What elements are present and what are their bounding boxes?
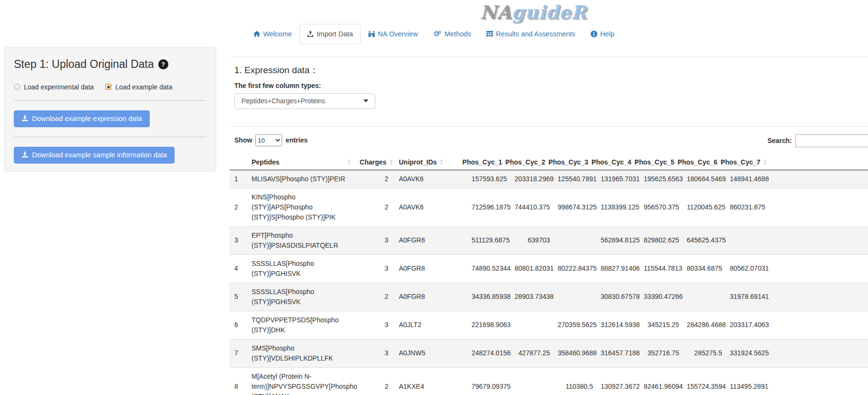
tab-label: Help	[600, 29, 615, 39]
column-header-label: Uniprot_IDs	[399, 158, 437, 166]
download-icon	[22, 115, 28, 123]
value-cell: 88827.91406	[596, 254, 639, 283]
uniprot-cell: A0AVK6	[394, 170, 467, 188]
filler-cell	[768, 170, 868, 188]
radio-label: Load experimental data	[24, 83, 94, 91]
value-cell: 80222.84375	[553, 254, 596, 283]
sort-icon: ▲▼	[347, 159, 351, 165]
value-cell: 110380.5	[553, 367, 596, 395]
column-header-charges[interactable]: Charges▲▼	[356, 154, 394, 170]
peptide-cell: EPT[Phospho (STY)]PSIASDISLPIATQELR	[247, 226, 356, 254]
radio-load-example-data[interactable]: Load example data	[105, 83, 172, 91]
column-types-select[interactable]: Peptides+Charges+Proteins	[234, 93, 375, 109]
value-cell: 115544.7813	[639, 254, 682, 283]
value-cell: 221698.9063	[467, 311, 510, 339]
column-header-phos_cyc_1[interactable]: Phos_Cyc_1▲▼	[467, 154, 510, 170]
logo-text-guider: guideR	[512, 1, 587, 23]
table-controls: Show 10 entries Search:	[230, 134, 868, 149]
step1-title-text: Step 1: Upload Original Data	[14, 58, 154, 71]
tab-import-data[interactable]: Import Data	[299, 24, 361, 44]
tab-na-overview[interactable]: NA Overview	[361, 24, 426, 44]
column-header-label: Phos_Cyc_1	[462, 158, 502, 166]
row-index-cell: 8	[230, 367, 247, 395]
radio-checked-icon	[105, 84, 111, 90]
value-cell: 645625.4375	[682, 226, 725, 254]
charge-cell: 3	[356, 254, 394, 283]
table-header-row: Peptides▲▼Charges▲▼Uniprot_IDs▲▼Phos_Cyc…	[230, 154, 868, 170]
column-header-label: Charges	[360, 158, 386, 166]
value-cell: 155724.3594	[682, 367, 725, 395]
value-cell: 195625.6563	[639, 170, 682, 188]
value-cell: 316457.7188	[596, 339, 639, 367]
filler-cell	[768, 254, 868, 283]
value-cell: 331924.5625	[725, 339, 768, 367]
radio-load-experimental-data[interactable]: Load experimental data	[14, 83, 94, 91]
value-cell: 358460.9688	[553, 339, 596, 367]
uniprot-cell: A0JLT2	[394, 311, 467, 339]
value-cell: 562894.8125	[596, 226, 639, 254]
uniprot-cell: A0JNW5	[394, 339, 467, 367]
value-cell: 28903.73438	[510, 283, 553, 311]
button-label: Download example sample information data	[32, 151, 167, 159]
value-cell: 80334.6875	[682, 254, 725, 283]
row-index-cell: 3	[230, 226, 247, 254]
value-cell	[682, 283, 725, 311]
row-index-cell: 2	[230, 188, 247, 226]
value-cell: 860231.875	[725, 188, 768, 226]
column-header-peptides[interactable]: Peptides▲▼	[247, 154, 356, 170]
page-length-control: Show 10 entries	[234, 134, 308, 146]
main-navigation: Welcome Import Data NA Overview ⚙⚙ Metho…	[0, 24, 868, 44]
row-index-cell: 6	[230, 311, 247, 339]
value-cell: 712596.1875	[467, 188, 510, 226]
column-header-phos_cyc_5[interactable]: Phos_Cyc_5▲▼	[639, 154, 682, 170]
column-types-label: The first few column types:	[234, 82, 868, 89]
search-input[interactable]	[795, 134, 868, 147]
table-search-control: Search:	[768, 134, 868, 147]
value-cell: 33390.47266	[639, 283, 682, 311]
question-icon[interactable]: ?	[158, 59, 168, 69]
button-label: Download example expression data	[32, 115, 142, 122]
column-header-phos_cyc_7[interactable]: Phos_Cyc_7▲▼	[725, 154, 768, 170]
upload-panel: Step 1: Upload Original Data? Load exper…	[4, 47, 216, 172]
table-row: 2KINS[Phospho (STY)]APS[Phospho (STY)]S[…	[230, 188, 868, 226]
column-header-phos_cyc_3[interactable]: Phos_Cyc_3▲▼	[553, 154, 596, 170]
tab-welcome[interactable]: Welcome	[246, 24, 299, 44]
tab-help[interactable]: Help	[583, 24, 622, 44]
value-cell: 285275.5	[682, 339, 725, 367]
value-cell: 130927.3672	[596, 367, 639, 395]
download-example-sample-information-data-button[interactable]: Download example sample information data	[14, 147, 175, 164]
uniprot-cell: A1KXE4	[394, 367, 467, 395]
value-cell: 74890.52344	[467, 254, 510, 283]
tab-results-and-assessments[interactable]: Results and Assessments	[479, 24, 583, 44]
value-cell: 345215.25	[639, 311, 682, 339]
tab-methods[interactable]: ⚙⚙ Methods	[426, 24, 479, 44]
value-cell: 131965.7031	[596, 170, 639, 188]
column-header-phos_cyc_2[interactable]: Phos_Cyc_2▲▼	[510, 154, 553, 170]
value-cell: 203317.4063	[725, 311, 768, 339]
row-number-header	[230, 154, 247, 170]
charge-cell: 2	[356, 188, 394, 226]
column-header-label: Phos_Cyc_5	[635, 158, 674, 166]
charge-cell: 2	[356, 367, 394, 395]
value-cell	[725, 226, 768, 254]
value-cell: 125540.7891	[553, 170, 596, 188]
page-length-select[interactable]: 10	[255, 134, 282, 146]
uniprot-cell: A0FGR8	[394, 254, 467, 283]
value-cell: 639703	[510, 226, 553, 254]
value-cell: 270359.5625	[553, 311, 596, 339]
value-cell: 829802.625	[639, 226, 682, 254]
uniprot-cell: A0AVK6	[394, 188, 467, 226]
value-cell: 956570.375	[639, 188, 682, 226]
column-header-phos_cyc_4[interactable]: Phos_Cyc_4▲▼	[596, 154, 639, 170]
step1-title: Step 1: Upload Original Data?	[14, 58, 206, 71]
value-cell: 203318.2969	[510, 170, 553, 188]
value-cell	[510, 367, 553, 395]
column-header-label: Phos_Cyc_6	[678, 158, 717, 166]
column-header-uniprot_ids[interactable]: Uniprot_IDs▲▼	[394, 154, 467, 170]
column-header-phos_cyc_6[interactable]: Phos_Cyc_6▲▼	[682, 154, 725, 170]
value-cell	[553, 283, 596, 311]
tab-label: Import Data	[317, 29, 353, 39]
tab-label: NA Overview	[378, 29, 418, 39]
sort-icon: ▲▼	[763, 159, 767, 165]
download-example-expression-data-button[interactable]: Download example expression data	[14, 110, 150, 127]
